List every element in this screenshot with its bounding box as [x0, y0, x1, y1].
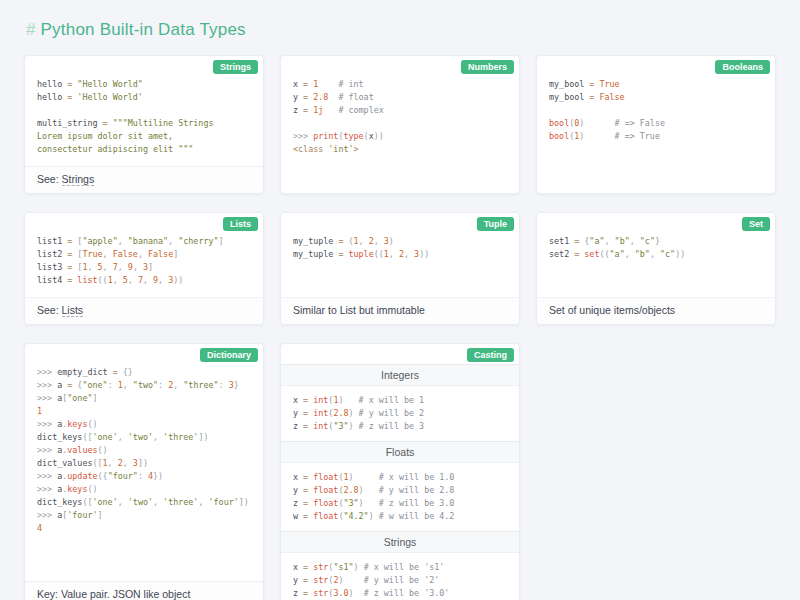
code-line	[549, 104, 763, 117]
code-line	[37, 104, 251, 117]
code-line: Lorem ipsum dolor sit amet,	[37, 130, 251, 143]
card-tuple: Tuplemy_tuple = (1, 2, 3)my_tuple = tupl…	[280, 212, 520, 325]
code-line: 4	[37, 522, 251, 535]
card-badge-tuple: Tuple	[477, 217, 514, 231]
code-block: x = int(1) # x will be 1y = int(2.8) # y…	[281, 386, 519, 441]
code-line: my_tuple = (1, 2, 3)	[293, 235, 507, 248]
code-line: y = str(2) # y will be '2'	[293, 574, 507, 587]
page-title-text: Python Built-in Data Types	[41, 20, 246, 39]
page-title: # Python Built-in Data Types	[24, 20, 776, 40]
card-badge-strings: Strings	[213, 60, 258, 74]
code-line: <class 'int'>	[293, 143, 507, 156]
card-badge-numbers: Numbers	[461, 60, 514, 74]
code-block: >>> empty_dict = {}>>> a = {"one": 1, "t…	[25, 344, 263, 545]
code-line: w = float("4.2") # w will be 4.2	[293, 510, 507, 523]
card-footer-set: Set of unique items/objects	[537, 297, 775, 324]
footer-link-strings[interactable]: Strings	[62, 173, 95, 186]
card-badge-dictionary: Dictionary	[200, 348, 258, 362]
code-line: >>> empty_dict = {}	[37, 366, 251, 379]
page-title-hash: #	[26, 20, 41, 39]
code-line: >>> a = {"one": 1, "two": 2, "three": 3}	[37, 379, 251, 392]
code-line: >>> a.keys()	[37, 483, 251, 496]
footer-text: See:	[37, 304, 62, 316]
card-footer-strings: See: Strings	[25, 166, 263, 193]
card-badge-lists: Lists	[223, 217, 258, 231]
code-line: z = int("3") # z will be 3	[293, 420, 507, 433]
code-line: >>> a['four']	[37, 509, 251, 522]
footer-link-lists[interactable]: Lists	[62, 304, 84, 317]
code-line: bool(0) # => False	[549, 117, 763, 130]
card-dictionary: Dictionary>>> empty_dict = {}>>> a = {"o…	[24, 343, 264, 600]
card-strings: Stringshello = "Hello World"hello = 'Hel…	[24, 55, 264, 194]
card-row-1: Stringshello = "Hello World"hello = 'Hel…	[24, 55, 776, 194]
card-numbers: Numbersx = 1 # inty = 2.8 # floatz = 1j …	[280, 55, 520, 194]
card-footer-lists: See: Lists	[25, 297, 263, 324]
code-line: z = 1j # complex	[293, 104, 507, 117]
card-booleans: Booleansmy_bool = Truemy_bool = False bo…	[536, 55, 776, 194]
code-line: y = int(2.8) # y will be 2	[293, 407, 507, 420]
code-line: list1 = ["apple", "banana", "cherry"]	[37, 235, 251, 248]
code-line: list2 = [True, False, False]	[37, 248, 251, 261]
card-badge-casting: Casting	[467, 348, 514, 362]
section-header-integers: Integers	[281, 364, 519, 386]
code-line: bool(1) # => True	[549, 130, 763, 143]
code-line: y = float(2.8) # y will be 2.8	[293, 484, 507, 497]
code-line: list3 = [1, 5, 7, 9, 3]	[37, 261, 251, 274]
code-line: z = float("3") # z will be 3.0	[293, 497, 507, 510]
code-line: consectetur adipiscing elit """	[37, 143, 251, 156]
section-header-strings: Strings	[281, 531, 519, 553]
code-line: my_tuple = tuple((1, 2, 3))	[293, 248, 507, 261]
code-line: multi_string = """Multiline Strings	[37, 117, 251, 130]
code-line: dict_keys(['one', 'two', 'three'])	[37, 431, 251, 444]
card-casting: CastingIntegersx = int(1) # x will be 1y…	[280, 343, 520, 600]
code-line: dict_values([1, 2, 3])	[37, 457, 251, 470]
card-footer-tuple: Similar to List but immutable	[281, 297, 519, 324]
code-line: >>> a["one"]	[37, 392, 251, 405]
footer-text: See:	[37, 173, 62, 185]
code-line: dict_keys(['one', 'two', 'three', 'four'…	[37, 496, 251, 509]
page: # Python Built-in Data Types Stringshell…	[24, 20, 776, 600]
card-footer-dictionary: Key: Value pair. JSON like object	[25, 581, 263, 600]
code-line: x = 1 # int	[293, 78, 507, 91]
card-badge-booleans: Booleans	[715, 60, 770, 74]
code-block: x = float(1) # x will be 1.0y = float(2.…	[281, 463, 519, 531]
code-line: list4 = list((1, 5, 7, 9, 3))	[37, 274, 251, 287]
code-line: x = int(1) # x will be 1	[293, 394, 507, 407]
code-line: >>> a.values()	[37, 444, 251, 457]
code-line: z = str(3.0) # z will be '3.0'	[293, 587, 507, 600]
card-set: Setset1 = {"a", "b", "c"}set2 = set(("a"…	[536, 212, 776, 325]
code-line: my_bool = True	[549, 78, 763, 91]
code-line: >>> print(type(x))	[293, 130, 507, 143]
card-lists: Listslist1 = ["apple", "banana", "cherry…	[24, 212, 264, 325]
code-line: >>> a.update({"four": 4})	[37, 470, 251, 483]
section-header-floats: Floats	[281, 441, 519, 463]
card-row-3: Dictionary>>> empty_dict = {}>>> a = {"o…	[24, 343, 776, 600]
code-block: set1 = {"a", "b", "c"}set2 = set(("a", "…	[537, 213, 775, 271]
code-line: set1 = {"a", "b", "c"}	[549, 235, 763, 248]
code-line	[293, 117, 507, 130]
code-block: x = str("s1") # x will be 's1'y = str(2)…	[281, 553, 519, 600]
code-line: my_bool = False	[549, 91, 763, 104]
code-line: 1	[37, 405, 251, 418]
code-line: hello = 'Hello World'	[37, 91, 251, 104]
code-line: y = 2.8 # float	[293, 91, 507, 104]
code-line: set2 = set(("a", "b", "c"))	[549, 248, 763, 261]
code-line: x = float(1) # x will be 1.0	[293, 471, 507, 484]
code-line: hello = "Hello World"	[37, 78, 251, 91]
card-badge-set: Set	[742, 217, 770, 231]
code-line: >>> a.keys()	[37, 418, 251, 431]
code-line: x = str("s1") # x will be 's1'	[293, 561, 507, 574]
card-row-2: Listslist1 = ["apple", "banana", "cherry…	[24, 212, 776, 325]
